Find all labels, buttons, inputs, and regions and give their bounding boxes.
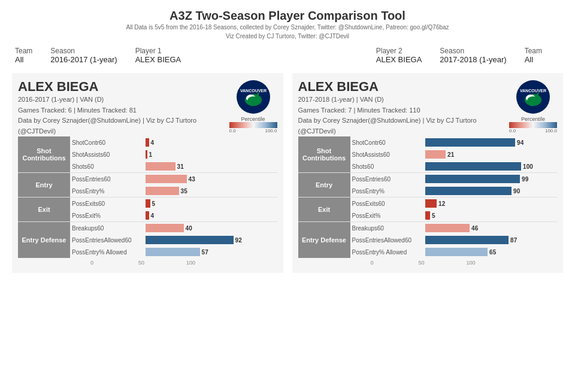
bar-cell-3-0: 46	[423, 222, 557, 235]
control-team2: Team All	[525, 47, 542, 64]
value-season1[interactable]: 2016-2017 (1-year)	[50, 55, 117, 64]
control-season2: Season 2017-2018 (1-year)	[440, 47, 506, 64]
subtitle1: All Data is 5v5 from the 2016-18 Seasons…	[12, 23, 563, 32]
bar-value-3-0: 46	[471, 225, 478, 232]
bar-cell-3-0: 40	[144, 222, 277, 235]
metric-label-3-0: Breakups60	[350, 222, 424, 235]
label-season2: Season	[440, 47, 506, 55]
metric-label-3-2: PossEntry% Allowed	[70, 246, 144, 258]
bar-2-0	[146, 199, 150, 208]
bar-0-2	[425, 162, 521, 171]
value-team2[interactable]: All	[525, 55, 542, 64]
control-player1: Player 1 ALEX BIEGA	[135, 47, 181, 64]
bar-cell-1-1: 35	[144, 185, 277, 197]
svg-text:VANCOUVER: VANCOUVER	[240, 89, 266, 93]
bar-cell-3-2: 57	[144, 246, 277, 258]
bar-0-2	[146, 162, 175, 171]
metric-label-3-1: PossEntriesAllowed60	[70, 234, 144, 246]
bar-cell-0-0: 94	[423, 136, 557, 148]
axis-row: 0 50 100	[18, 258, 277, 267]
bar-1-1	[425, 187, 512, 195]
category-1: Entry	[298, 173, 350, 197]
value-team1[interactable]: All	[15, 55, 32, 64]
bar-cell-3-1: 92	[144, 234, 277, 246]
table-row: ExitPossExits60 12	[298, 197, 558, 210]
subtitle2: Viz Created by CJ Turtoro, Twitter: @CJT…	[12, 32, 563, 41]
bar-cell-0-1: 1	[144, 148, 277, 160]
value-player2[interactable]: ALEX BIEGA	[376, 55, 422, 64]
bar-value-3-1: 92	[235, 237, 242, 244]
metric-label-2-0: PossExits60	[70, 197, 144, 210]
panel2-legend-ticks: 0.0 100.0	[509, 128, 557, 133]
metric-label-1-0: PossEntries60	[70, 173, 144, 186]
bar-2-1	[425, 211, 430, 220]
panel2-team-logo: VANCOUVER	[515, 79, 551, 115]
bar-cell-1-1: 90	[423, 185, 557, 197]
category-3: Entry Defense	[18, 222, 70, 259]
bar-value-2-1: 5	[432, 212, 435, 219]
bar-value-0-2: 100	[523, 163, 533, 170]
panel-2: ALEX BIEGA 2017-2018 (1-year) | VAN (D) …	[292, 73, 564, 273]
bar-value-2-0: 12	[438, 200, 445, 207]
page-wrapper: A3Z Two-Season Player Comparison Tool Al…	[0, 0, 575, 282]
category-1: Entry	[18, 173, 70, 197]
metric-label-0-0: ShotContr60	[350, 136, 424, 148]
panel2-season: 2017-2018 (1-year) | VAN (D)	[298, 95, 510, 105]
panels-container: ALEX BIEGA 2016-2017 (1-year) | VAN (D) …	[12, 73, 563, 273]
panel2-player-info: ALEX BIEGA 2017-2018 (1-year) | VAN (D) …	[298, 79, 510, 136]
axis-row: 0 50 100	[298, 258, 558, 267]
table-row: Entry DefenseBreakups60 40	[18, 222, 277, 235]
panel2-player-name: ALEX BIEGA	[298, 79, 510, 95]
bar-value-0-1: 1	[149, 151, 153, 158]
panel1-player-name: ALEX BIEGA	[18, 79, 229, 95]
axis-0: 0	[371, 260, 374, 266]
panel2-pct-start: 0.0	[509, 128, 516, 133]
panel1-team-logo: VANCOUVER	[235, 79, 271, 115]
panel2-pct-end: 100.0	[545, 128, 557, 133]
bar-cell-3-1: 87	[423, 234, 557, 246]
bar-2-1	[146, 211, 149, 220]
bar-value-0-2: 31	[177, 163, 184, 170]
bar-3-0	[146, 224, 184, 232]
metric-label-3-0: Breakups60	[70, 222, 144, 235]
control-season1: Season 2016-2017 (1-year)	[50, 47, 117, 64]
table-row: ExitPossExits60 5	[18, 197, 277, 210]
value-season2[interactable]: 2017-2018 (1-year)	[440, 55, 506, 64]
category-2: Exit	[298, 197, 350, 222]
bar-2-0	[425, 199, 437, 208]
table-row: EntryPossEntries60 99	[298, 173, 558, 186]
category-0: ShotContributions	[298, 136, 350, 173]
panel2-credit: Data by Corey Sznajder(@ShutdownLine) | …	[298, 116, 510, 136]
panel2-percentile-label: Percentile	[521, 116, 545, 122]
bar-value-3-0: 40	[186, 225, 192, 232]
bar-1-0	[146, 175, 187, 183]
panel2-games: Games Tracked: 7 | Minutes Tracked: 110	[298, 105, 510, 116]
table-row: Entry DefenseBreakups60 46	[298, 222, 558, 235]
bar-cell-2-0: 12	[423, 197, 557, 210]
bar-cell-1-0: 99	[423, 173, 557, 186]
bar-cell-3-2: 65	[423, 246, 557, 258]
bar-0-1	[425, 150, 446, 159]
bar-0-0	[146, 138, 149, 147]
category-2: Exit	[18, 197, 70, 222]
label-team1: Team	[15, 47, 32, 55]
bar-value-0-0: 4	[151, 139, 155, 146]
value-player1[interactable]: ALEX BIEGA	[135, 55, 181, 64]
table-row: ShotContributionsShotContr60 94	[298, 136, 558, 148]
panel1-season: 2016-2017 (1-year) | VAN (D)	[18, 95, 229, 105]
axis-0: 0	[90, 260, 93, 266]
bar-value-3-1: 87	[510, 237, 517, 244]
metric-label-0-0: ShotContr60	[70, 136, 144, 148]
bar-cell-0-0: 4	[144, 136, 277, 148]
bar-value-1-1: 90	[513, 188, 520, 195]
bar-3-2	[425, 248, 488, 256]
controls-row: Team All Season 2016-2017 (1-year) Playe…	[12, 47, 563, 64]
metric-label-1-0: PossEntries60	[350, 173, 424, 186]
label-season1: Season	[50, 47, 117, 55]
axis-cell: 0 50 100	[18, 258, 277, 267]
bar-cell-2-1: 4	[144, 209, 277, 222]
metric-label-1-1: PossEntry%	[70, 185, 144, 197]
bar-value-3-2: 57	[202, 249, 208, 256]
panel2-header: ALEX BIEGA 2017-2018 (1-year) | VAN (D) …	[298, 79, 558, 136]
axis-100: 100	[467, 260, 476, 266]
